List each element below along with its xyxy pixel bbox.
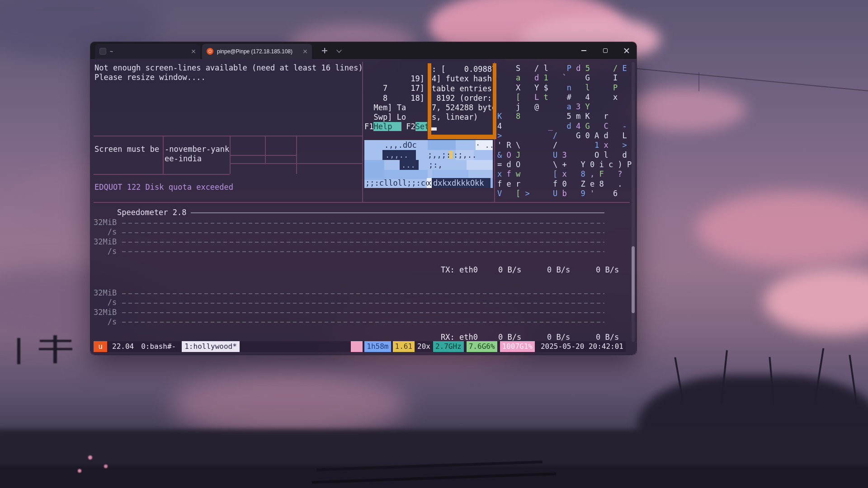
tab-close-icon[interactable] <box>191 49 196 54</box>
ubuntu-icon <box>207 48 213 55</box>
tab-title: pinpe@Pinpe (172.18.185.108) <box>217 48 292 55</box>
art-navy-box: .,,.. <box>382 150 416 160</box>
art-navy-strip: dxkxdkkkOkk <box>432 178 491 188</box>
memory-badge: 7.6G6% <box>467 341 497 352</box>
minimize-button[interactable] <box>574 42 594 59</box>
fkey-setup-button[interactable]: Setu <box>415 122 427 131</box>
terminal-window: ~ pinpe@Pinpe (172.18.185.108) Not enoug… <box>90 42 637 355</box>
table-cell-text: Screen must be <box>94 145 159 154</box>
scatter-row: S / l P d 5 / E <box>497 64 632 73</box>
speedometer-title-rule <box>191 212 604 213</box>
tx-label: TX: eth0 <box>441 265 478 275</box>
flower <box>78 469 81 473</box>
wallpaper-cloud <box>764 269 868 334</box>
cpu-count: 20x <box>415 341 433 352</box>
gridline <box>122 293 604 294</box>
load-badge: 1.61 <box>393 341 415 352</box>
tab-title: ~ <box>110 48 113 55</box>
tx-value: 0 B/s <box>596 265 619 275</box>
fkey-f1[interactable]: F1 <box>364 122 373 131</box>
scatter-row: V [ > U b 9 ' 6 <box>497 189 632 198</box>
tmux-window-item-active[interactable]: 1:hollywood* <box>182 341 240 352</box>
axis-labels-rx: 32MiB /s 32MiB /s <box>94 288 117 327</box>
gridline <box>122 322 604 323</box>
minimize-icon <box>581 50 586 51</box>
table-border <box>230 163 362 164</box>
art-text: ;:, <box>429 160 443 170</box>
art-navy-box: ... <box>400 160 419 170</box>
pane-border-horizontal <box>94 202 630 203</box>
fkey-f2[interactable]: F2 <box>406 122 415 131</box>
gridline <box>122 303 604 304</box>
new-tab-icon[interactable] <box>322 48 327 53</box>
cpu-freq-badge: 2.7GHz <box>433 341 464 352</box>
tmux-window-item[interactable]: 0:bash#- <box>139 341 178 352</box>
power-line-drop <box>698 72 699 91</box>
art-patch <box>428 140 456 150</box>
tab-dropdown-icon[interactable] <box>336 47 341 52</box>
scatter-row: 4 _ d 4 G C - <box>497 122 632 131</box>
fkey-help-button[interactable]: Help <box>373 122 401 131</box>
table-cell-text: -november-yank ee-india <box>165 145 229 164</box>
tab-home[interactable]: ~ <box>95 44 200 59</box>
gridline <box>122 312 604 313</box>
tab-close-icon[interactable] <box>303 49 307 54</box>
cursor <box>431 127 437 131</box>
gridline <box>122 242 604 243</box>
resize-warning-text: Not enough screen-lines available (need … <box>94 63 363 83</box>
scatter-row: > / G 0 A d L <box>497 131 632 141</box>
art-text: ;,,;: <box>428 150 451 160</box>
active-pane-frame-right <box>493 63 496 139</box>
art-patch <box>432 170 468 178</box>
scatter-row: a d 1 ` G I <box>497 73 632 83</box>
scatter-row: & O J U 3 O l d <box>497 150 632 160</box>
art-patch <box>364 160 384 180</box>
maximize-icon <box>603 48 608 53</box>
gridline <box>122 251 604 252</box>
close-icon <box>623 47 629 53</box>
table-border <box>163 136 164 174</box>
art-text: .,,.dOc <box>384 140 417 150</box>
scatter-row: X Y $ n l P <box>497 83 632 93</box>
tab-ssh-session[interactable]: pinpe@Pinpe (172.18.185.108) <box>202 44 312 59</box>
art-patch <box>384 170 428 179</box>
art-text: · .... <box>476 140 493 150</box>
scatter-row: [ L t # 4 x <box>497 93 632 102</box>
art-patch <box>467 160 493 170</box>
pane-border-horizontal <box>94 136 362 136</box>
fence-post <box>17 338 20 364</box>
close-button[interactable] <box>616 42 637 59</box>
error-line: EDQUOT 122 Disk quota exceeded <box>94 183 233 192</box>
active-pane-frame-bottom <box>428 135 496 139</box>
fence-post <box>53 335 57 363</box>
dmesg-text: : [ 0.09887 4] futex hash table entries:… <box>432 65 496 122</box>
table-border <box>296 136 297 174</box>
scatter-row: x f w [ x 8 , F ? <box>497 169 632 179</box>
axis-labels-tx: 32MiB /s 32MiB /s <box>94 218 117 256</box>
scrollbar-track[interactable] <box>632 62 635 342</box>
table-border <box>94 174 230 175</box>
htop-meters: 19] 7 17] 8 18] Mem] Ta Swp] Lo <box>364 74 427 122</box>
scatter-row: = d O \ + Y 0 i c ) P <box>497 160 632 169</box>
gridline <box>122 232 604 233</box>
flower <box>104 465 108 468</box>
titlebar[interactable]: ~ pinpe@Pinpe (172.18.185.108) <box>90 42 637 59</box>
tx-value: 0 B/s <box>547 265 570 275</box>
flower <box>88 455 92 460</box>
scatter-grid: S / l P d 5 / E a d 1 ` G I X Y $ n l P … <box>497 64 632 198</box>
speedometer-title: Speedometer 2.8 <box>117 208 187 217</box>
scatter-row: f e r f 0 Z e 8 . <box>497 179 632 189</box>
scatter-row: ' R \ / 1 x > <box>497 141 632 150</box>
wallpaper-cloud <box>172 371 407 438</box>
scrollbar-thumb[interactable] <box>632 246 635 313</box>
scatter-row: j @ a 3 Y <box>497 102 632 112</box>
tx-value: 0 B/s <box>498 265 521 275</box>
wallpaper-cloud <box>696 192 868 267</box>
maximize-button[interactable] <box>595 42 615 59</box>
ascii-art-pane: .,,.. ... .,,.dOc · .... ;,,;: :;,.. ;:,… <box>364 140 493 188</box>
shell-tab-icon <box>99 48 106 55</box>
disk-badge: 1007G1% <box>500 341 535 352</box>
art-cursor-cell: x <box>427 178 432 188</box>
status-indicator <box>351 341 363 352</box>
art-text: ;;:clloll;;:co <box>365 178 430 188</box>
